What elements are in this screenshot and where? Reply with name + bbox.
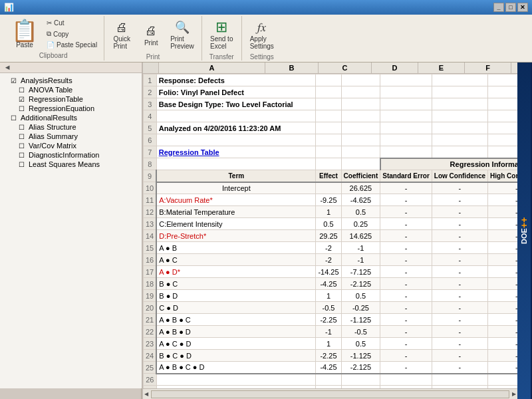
col-header-a[interactable]: A (159, 63, 265, 73)
sheet-area: ABCDEFGH 1Response: Defects2Folio: Vinyl… (143, 63, 517, 399)
table-row: 16A ● C-2-1----- (144, 254, 518, 266)
panel-header: ◀ (0, 63, 142, 73)
minimize-button[interactable]: _ (493, 3, 504, 12)
tree-item-label: AdditionalResults (21, 114, 77, 122)
col-header-e[interactable]: E (418, 63, 465, 73)
tree-item-label: Alias Structure (29, 123, 76, 131)
tree-item-label: RegressionEquation (29, 104, 94, 112)
print-button[interactable]: 🖨 Print (138, 21, 164, 49)
column-headers: ABCDEFGH (143, 63, 517, 74)
doepp-logo: DOE ++ (517, 63, 532, 399)
checkbox-icon: ☐ (19, 105, 27, 112)
tree-item-label: AnalysisResults (21, 76, 72, 84)
print-preview-label: PrintPreview (170, 35, 194, 50)
sheet-table: 1Response: Defects2Folio: Vinyl Panel De… (143, 74, 517, 388)
excel-icon: ⊞ (213, 19, 229, 35)
col-header-g[interactable]: G (511, 63, 517, 73)
col-header-b[interactable]: B (265, 63, 319, 73)
paste-special-label: Paste Special (57, 41, 97, 49)
checkbox-icon: ☐ (19, 124, 27, 131)
checkbox-icon: ☑ (19, 96, 27, 103)
copy-label: Copy (53, 31, 68, 38)
clipboard-label: Clipboard (39, 51, 68, 59)
quick-print-label: QuickPrint (113, 35, 130, 50)
cut-button[interactable]: ✂ Cut (44, 18, 100, 28)
tree-item-regressiontable[interactable]: ☑RegressionTable (1, 94, 140, 104)
checkbox-icon: ☑ (11, 77, 19, 84)
table-row: 4 (144, 110, 518, 122)
table-row: 23A ● C ● D10.5----- (144, 338, 518, 350)
print-label: Print (144, 39, 158, 47)
nav-arrow-left[interactable]: ◀ (4, 65, 11, 70)
paste-button[interactable]: 📋 Paste (7, 18, 43, 51)
table-row: 22A ● B ● D-1-0.5----- (144, 326, 518, 338)
print-icon: 🖨 (143, 23, 159, 39)
copy-button[interactable]: ⧉ Copy (44, 29, 100, 39)
tree-item-analysisresults[interactable]: ☑AnalysisResults (1, 76, 140, 85)
quick-print-button[interactable]: 🖨 QuickPrint (108, 17, 135, 52)
table-row: 6 (144, 134, 518, 146)
table-row: 8Regression Information (144, 158, 518, 170)
col-header-c[interactable]: C (319, 63, 372, 73)
paste-special-button[interactable]: 📄 Paste Special (44, 40, 100, 50)
table-row: 25A ● B ● C ● D-4.25-2.125----- (144, 362, 518, 374)
print-label: Print (146, 52, 160, 61)
checkbox-icon: ☐ (19, 161, 27, 168)
checkbox-icon: ☐ (11, 114, 19, 122)
title-bar: 📊 _ □ ✕ (0, 0, 532, 15)
doepp-label: DOE (520, 228, 528, 244)
tree-item-label: Least Squares Means (29, 160, 100, 168)
table-row: 15A ● B-2-1----- (144, 242, 518, 254)
settings-group: 𝑓𝑥 ApplySettings Settings (242, 16, 282, 61)
transfer-label: Transfer (209, 52, 234, 61)
table-row: 9TermEffectCoefficientStandard ErrorLow … (144, 170, 518, 182)
table-row: 20C ● D-0.5-0.25----- (144, 302, 518, 314)
tree-item-additionalresults[interactable]: ☐AdditionalResults (1, 113, 140, 122)
settings-icon: 𝑓𝑥 (254, 19, 270, 35)
tree-item-alias-summary[interactable]: ☐Alias Summary (1, 132, 140, 141)
paste-special-icon: 📄 (47, 41, 55, 49)
print-preview-icon: 🔍 (174, 19, 190, 35)
tree-item-label: ANOVA Table (29, 86, 72, 94)
tree-item-label: DiagnosticInformation (29, 151, 99, 159)
tree-item-alias-structure[interactable]: ☐Alias Structure (1, 122, 140, 132)
scroll-left-arrow[interactable]: ◀ (143, 391, 150, 397)
tree-item-var/cov-matrix[interactable]: ☐Var/Cov Matrix (1, 141, 140, 150)
checkbox-icon: ☐ (19, 142, 27, 150)
table-row: 3Base Design Type: Two Level Factorial (144, 98, 518, 110)
quick-print-icon: 🖨 (114, 19, 130, 35)
table-row: 13C:Element Intensity0.50.25----- (144, 218, 518, 230)
scroll-right-arrow[interactable]: ▶ (511, 391, 517, 397)
table-row: 21A ● B ● C-2.25-1.125----- (144, 314, 518, 326)
tree-item-anova-table[interactable]: ☐ANOVA Table (1, 85, 140, 94)
tree-item-least-squares-means[interactable]: ☐Least Squares Means (1, 160, 140, 169)
doepp-plus: ++ (519, 217, 529, 228)
close-button[interactable]: ✕ (517, 3, 528, 12)
apply-settings-button[interactable]: 𝑓𝑥 ApplySettings (247, 17, 277, 52)
print-group: 🖨 QuickPrint 🖨 Print 🔍 PrintPreview Prin… (104, 16, 202, 61)
transfer-group: ⊞ Send toExcel Transfer (202, 16, 242, 61)
analysis-history-tab[interactable] (0, 388, 142, 399)
tree-item-diagnosticinformation[interactable]: ☐DiagnosticInformation (1, 150, 140, 160)
tree-item-label: Var/Cov Matrix (29, 142, 76, 150)
main-area: ◀ ☑AnalysisResults☐ANOVA Table☑Regressio… (0, 63, 532, 399)
table-row: 10Intercept26.625----- (144, 182, 518, 194)
cut-icon: ✂ (47, 19, 52, 27)
maximize-button[interactable]: □ (505, 3, 516, 12)
left-panel: ◀ ☑AnalysisResults☐ANOVA Table☑Regressio… (0, 63, 143, 399)
col-header-d[interactable]: D (372, 63, 418, 73)
checkbox-icon: ☐ (19, 133, 27, 140)
paste-icon: 📋 (11, 20, 38, 41)
sheet-scroll[interactable]: 1Response: Defects2Folio: Vinyl Panel De… (143, 74, 517, 388)
print-preview-button[interactable]: 🔍 PrintPreview (167, 17, 198, 52)
table-row: 7Regression Table (144, 146, 518, 158)
col-header-f[interactable]: F (465, 63, 511, 73)
sheet-footer: ◀ ▶ (143, 388, 517, 399)
checkbox-icon: ☐ (19, 152, 27, 159)
table-row: 5Analyzed on 4/20/2016 11:23:20 AM (144, 122, 518, 134)
copy-icon: ⧉ (47, 30, 51, 38)
paste-label: Paste (16, 41, 33, 49)
tree-item-regressionequation[interactable]: ☐RegressionEquation (1, 104, 140, 113)
table-row: 24B ● C ● D-2.25-1.125----- (144, 350, 518, 362)
send-to-excel-button[interactable]: ⊞ Send toExcel (207, 17, 236, 52)
